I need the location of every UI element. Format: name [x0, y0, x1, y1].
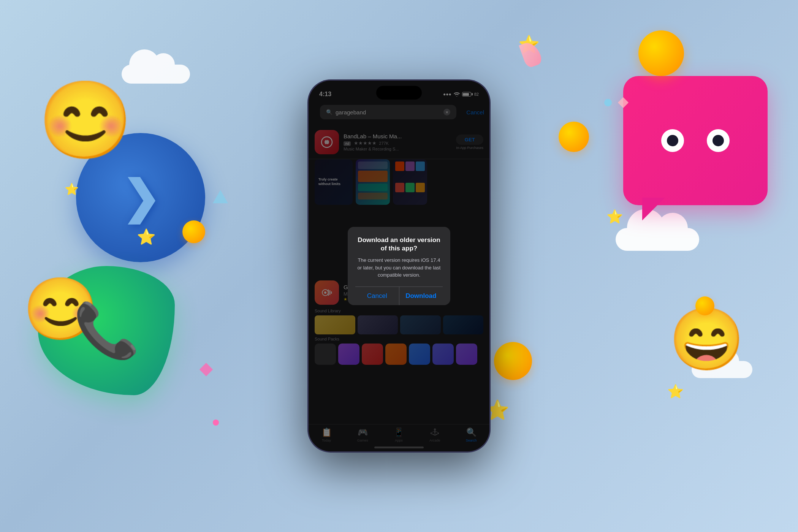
chevron-icon: ❯	[122, 171, 160, 224]
sphere-gold-top	[638, 30, 684, 76]
phone-wrapper: 4:13 ●●● 82 🔍	[308, 80, 490, 452]
star-6: ⭐	[65, 182, 79, 196]
bubble-eyes-container	[623, 76, 768, 205]
modal-buttons: Cancel Download	[355, 287, 443, 305]
whatsapp-phone-icon: 📞	[38, 266, 175, 395]
bubble-pupil-left	[667, 135, 678, 146]
emoji-happy-right: 😄	[669, 304, 745, 380]
star-2: ⭐	[606, 209, 623, 225]
dot-blue	[604, 99, 612, 106]
sphere-gold-4	[695, 296, 714, 315]
modal-overlay: Download an older version of this app? T…	[309, 81, 489, 451]
sphere-gold-2	[182, 220, 205, 243]
bubble-eye-left	[661, 129, 684, 152]
iphone: 4:13 ●●● 82 🔍	[308, 80, 490, 452]
bubble-eye-right	[707, 129, 730, 152]
modal-title: Download an older version of this app?	[355, 236, 443, 253]
bubble-pupil-right	[712, 135, 724, 146]
star-5: ⭐	[667, 384, 684, 399]
cloud-2	[616, 228, 699, 251]
modal-body: The current version requires iOS 17.4 or…	[355, 256, 443, 279]
sphere-gold-1	[559, 122, 589, 152]
screen: 4:13 ●●● 82 🔍	[309, 81, 489, 451]
triangle-shape	[213, 190, 228, 203]
modal-cancel-button[interactable]: Cancel	[355, 287, 399, 305]
star-3: ⭐	[137, 228, 156, 246]
download-modal: Download an older version of this app? T…	[348, 227, 450, 305]
sphere-gold-3	[494, 342, 532, 380]
dot-pink	[213, 420, 219, 426]
modal-download-button[interactable]: Download	[399, 287, 443, 305]
